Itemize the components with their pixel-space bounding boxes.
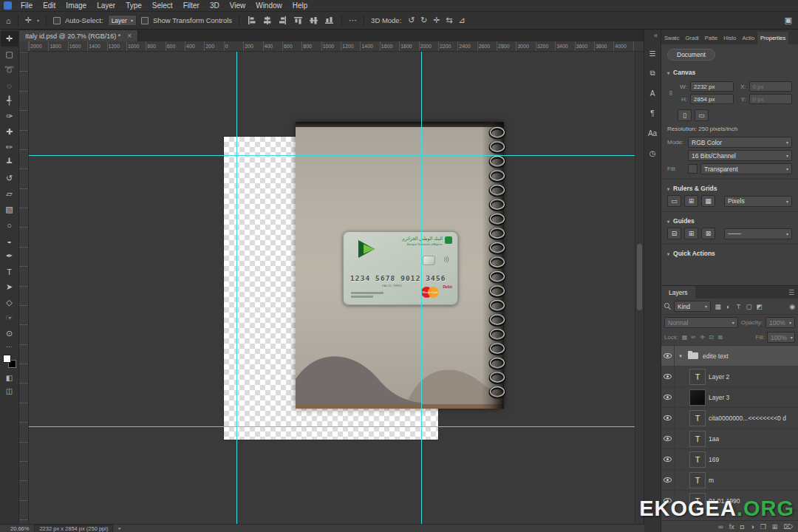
visibility-toggle[interactable] (661, 470, 675, 490)
align-middle-vertical-icon[interactable] (308, 15, 319, 26)
foreground-color-swatch[interactable] (3, 355, 11, 363)
close-icon[interactable]: × (127, 32, 132, 40)
align-center-horizontal-icon[interactable] (262, 15, 273, 26)
lock-all-icon[interactable]: ⊠ (716, 333, 724, 342)
path-selection-tool[interactable]: ➤ (1, 279, 18, 295)
opacity-select[interactable]: 100% (765, 317, 795, 328)
toggle-rulers-icon[interactable]: ▭ (667, 195, 681, 207)
menu-window[interactable]: Window (250, 1, 287, 10)
layer-row[interactable]: T Layer 2 (661, 366, 798, 387)
menu-layer[interactable]: Layer (92, 1, 120, 10)
guide-line-style-select[interactable]: ─── (724, 228, 792, 239)
zoom-tool[interactable]: ⊙ (1, 326, 18, 341)
layer-row[interactable]: T 1aa (661, 429, 798, 449)
visibility-toggle[interactable] (661, 387, 675, 407)
layer-thumbnail[interactable]: T (689, 410, 706, 426)
gradient-tool[interactable]: ▧ (1, 202, 18, 217)
expand-panels-icon[interactable]: « (654, 32, 658, 39)
type-tool[interactable]: T (1, 264, 18, 279)
layers-tab[interactable]: Layers (661, 286, 695, 299)
vertical-scrollbar[interactable] (635, 52, 644, 532)
menu-3d[interactable]: 3D (205, 1, 225, 10)
layer-name[interactable]: m (709, 477, 714, 484)
layer-name[interactable]: 1aa (709, 435, 719, 443)
horizontal-ruler[interactable]: 2000180016001400120010008006004002000200… (19, 41, 644, 52)
filter-smart-objects-icon[interactable]: ◩ (754, 301, 764, 311)
tab-swatches[interactable]: Swatc (661, 32, 682, 44)
auto-select-target-select[interactable]: Layer (108, 15, 137, 26)
layer-fill-select[interactable]: 100% (767, 332, 795, 343)
group-expand-chevron-icon[interactable]: ▾ (678, 353, 683, 359)
filter-adjustment-layers-icon[interactable]: ◐ (723, 301, 733, 311)
layer-group-icon[interactable]: ❒ (760, 523, 766, 531)
layer-row[interactable]: Layer 3 (661, 387, 798, 408)
lock-transparent-icon[interactable]: ▦ (681, 333, 689, 342)
tool-preset-caret-icon[interactable]: ▾ (37, 18, 39, 23)
y-field[interactable]: 0 px (749, 94, 793, 104)
3d-pan-icon[interactable]: ✛ (431, 16, 442, 25)
canvas-area[interactable]: البنك الوطني الجزائري Banque Nationale d… (29, 52, 635, 532)
menu-view[interactable]: View (225, 1, 251, 10)
filter-toggle-icon[interactable]: ◉ (789, 303, 795, 310)
menu-type[interactable]: Type (120, 1, 147, 10)
guide-layout-icon[interactable]: ⊞ (684, 228, 698, 239)
align-left-icon[interactable] (246, 15, 257, 26)
visibility-toggle[interactable] (661, 366, 675, 386)
clone-stamp-tool[interactable]: ┻ (1, 155, 18, 171)
layer-thumbnail[interactable]: T (689, 451, 706, 468)
paragraph-panel-icon[interactable]: ¶ (646, 107, 659, 119)
layer-mask-icon[interactable]: ◘ (740, 523, 744, 531)
quick-selection-tool[interactable]: ◌ (1, 78, 18, 93)
3d-slide-icon[interactable]: ⇆ (443, 16, 454, 25)
x-field[interactable]: 0 px (749, 81, 793, 92)
canvas-portrait-icon[interactable]: ▯ (678, 109, 692, 121)
layer-effects-icon[interactable]: fx (729, 523, 734, 531)
vertical-ruler[interactable] (19, 52, 29, 532)
menu-file[interactable]: File (16, 1, 38, 10)
vertical-guide[interactable] (236, 52, 237, 532)
layer-name[interactable]: 169 (709, 456, 719, 463)
eraser-tool[interactable]: ▱ (1, 186, 18, 202)
layer-name[interactable]: Layer 3 (709, 394, 729, 401)
edit-toolbar-icon[interactable]: ⋯ (6, 343, 13, 350)
lock-pixels-icon[interactable]: ✏ (689, 333, 698, 342)
distribute-more-icon[interactable]: ⋯ (349, 16, 357, 25)
crop-tool[interactable]: ╃ (1, 93, 18, 109)
delete-layer-icon[interactable]: ⌦ (783, 523, 793, 531)
document-properties-button[interactable]: Document (667, 49, 715, 61)
menu-image[interactable]: Image (61, 1, 92, 10)
rulers-grids-section-header[interactable]: Rulers & Grids (667, 185, 792, 192)
tab-actions[interactable]: Actio (739, 32, 757, 44)
tab-properties[interactable]: Properties (757, 32, 788, 44)
tab-history[interactable]: Histo (720, 32, 739, 44)
timeline-panel-icon[interactable]: ◷ (646, 147, 659, 159)
brush-settings-panel-icon[interactable]: ☰ (646, 47, 659, 59)
layer-name[interactable]: cita0000000...<<<<<<<<0 d (709, 415, 786, 422)
quick-actions-section-header[interactable]: Quick Actions (667, 250, 792, 257)
layer-thumbnail[interactable]: T (689, 431, 706, 447)
lock-position-icon[interactable]: ✛ (698, 333, 706, 342)
home-icon[interactable]: ⌂ (6, 16, 11, 25)
visibility-toggle[interactable] (661, 429, 675, 449)
screen-mode-button[interactable]: ◫ (1, 384, 18, 398)
align-right-icon[interactable] (277, 15, 288, 26)
shape-tool[interactable]: ◇ (1, 295, 18, 310)
clone-source-panel-icon[interactable]: ⧉ (646, 67, 659, 79)
filter-pixel-layers-icon[interactable]: ▦ (713, 301, 723, 311)
3d-scale-icon[interactable]: ⊿ (456, 16, 467, 25)
layer-name[interactable]: edite text (703, 352, 729, 360)
bit-depth-select[interactable]: 16 Bits/Channel (688, 150, 792, 161)
menu-filter[interactable]: Filter (178, 1, 205, 10)
clear-guides-icon[interactable]: ⊠ (701, 228, 715, 239)
layer-row[interactable]: ▾ edite text (661, 346, 798, 366)
tab-patterns[interactable]: Patte (702, 32, 721, 44)
eyedropper-tool[interactable]: ✑ (1, 109, 18, 124)
healing-brush-tool[interactable]: ✚ (1, 124, 18, 140)
vertical-guide[interactable] (421, 52, 422, 532)
filter-shape-layers-icon[interactable]: ▢ (744, 301, 754, 311)
filter-type-layers-icon[interactable]: T (734, 301, 743, 311)
current-tool-icon[interactable]: ✛ (25, 16, 32, 25)
character-panel-icon[interactable]: A (646, 87, 659, 99)
tab-gradients[interactable]: Gradi (682, 32, 701, 44)
layer-row[interactable]: T 169 (661, 449, 798, 470)
